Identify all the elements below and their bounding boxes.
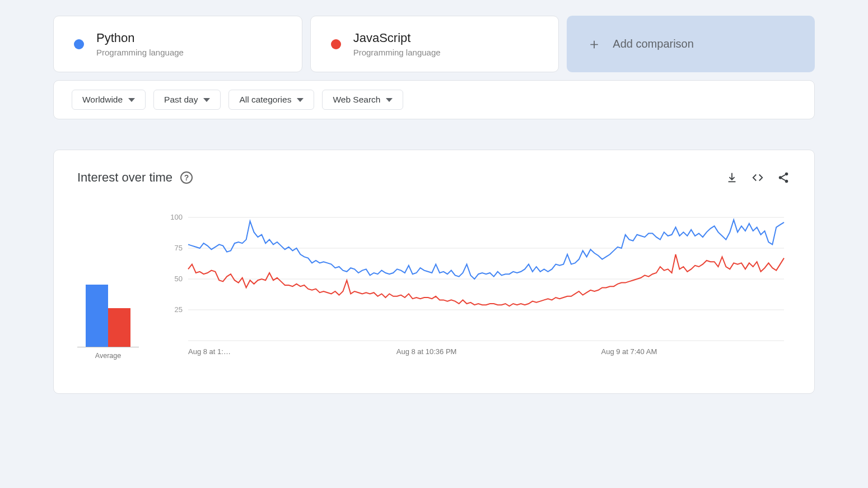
help-icon[interactable]: ? <box>180 171 193 184</box>
comparison-terms-row: Python Programming language JavaScript P… <box>53 16 815 72</box>
embed-icon[interactable] <box>750 170 765 185</box>
svg-text:Aug 8 at 10:36 PM: Aug 8 at 10:36 PM <box>396 347 457 356</box>
average-bar <box>86 285 108 347</box>
time-dropdown[interactable]: Past day <box>153 90 221 110</box>
add-comparison-button[interactable]: ＋ Add comparison <box>567 16 815 72</box>
svg-point-0 <box>785 173 788 176</box>
term-name: JavaScript <box>353 31 441 45</box>
svg-text:75: 75 <box>175 244 183 252</box>
region-dropdown-label: Worldwide <box>82 95 123 105</box>
average-bar <box>108 308 130 347</box>
add-comparison-label: Add comparison <box>613 38 694 50</box>
panel-title: Interest over time <box>77 170 172 185</box>
filter-bar: Worldwide Past day All categories Web Se… <box>53 80 815 119</box>
category-dropdown-label: All categories <box>239 95 291 105</box>
region-dropdown[interactable]: Worldwide <box>72 90 146 110</box>
chevron-down-icon <box>386 98 393 102</box>
category-dropdown[interactable]: All categories <box>228 90 314 110</box>
chevron-down-icon <box>128 98 135 102</box>
search-type-dropdown[interactable]: Web Search <box>322 90 403 110</box>
svg-text:50: 50 <box>175 275 183 283</box>
term-card-1[interactable]: JavaScript Programming language <box>310 16 559 72</box>
chevron-down-icon <box>203 98 210 102</box>
svg-text:100: 100 <box>170 213 183 221</box>
svg-text:Aug 9 at 7:40 AM: Aug 9 at 7:40 AM <box>601 347 657 356</box>
chevron-down-icon <box>297 98 304 102</box>
interest-line-chart: 255075100Aug 8 at 1:…Aug 8 at 10:36 PMAu… <box>162 212 791 360</box>
interest-over-time-panel: Interest over time ? <box>53 150 815 394</box>
svg-point-2 <box>785 180 788 183</box>
search-type-dropdown-label: Web Search <box>333 95 380 105</box>
term-name: Python <box>96 31 184 45</box>
term-subtitle: Programming language <box>96 48 184 57</box>
svg-text:Aug 8 at 1:…: Aug 8 at 1:… <box>188 347 231 356</box>
plus-icon: ＋ <box>587 34 601 54</box>
download-icon[interactable] <box>725 170 739 185</box>
term-color-dot <box>74 39 84 49</box>
average-label: Average <box>95 352 121 360</box>
term-color-dot <box>331 39 341 49</box>
average-bar-chart: Average <box>77 261 139 360</box>
term-card-0[interactable]: Python Programming language <box>53 16 302 72</box>
svg-text:25: 25 <box>175 305 183 314</box>
time-dropdown-label: Past day <box>164 95 198 105</box>
share-icon[interactable] <box>776 170 791 185</box>
term-subtitle: Programming language <box>353 48 441 57</box>
svg-point-1 <box>779 176 782 179</box>
